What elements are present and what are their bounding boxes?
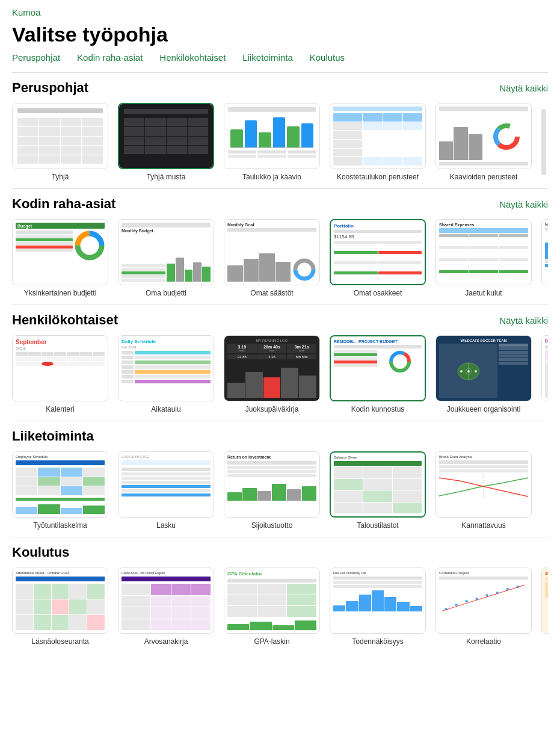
nav-item-koulutus[interactable]: Koulutus: [310, 52, 345, 63]
template-jaetut-kulut[interactable]: Shared Expenses: [435, 219, 532, 297]
thumb-taulukko-kaavio: [224, 103, 320, 169]
label-todennakoisyys: Todennäköisyys: [352, 637, 403, 646]
template-vauvan-seuranta[interactable]: Baby's First Year: [541, 335, 548, 413]
label-taloustilastot: Taloustilastot: [357, 521, 398, 530]
thumb-tyhja-musta: [118, 103, 214, 169]
label-gpa-laskin: GPA-laskin: [254, 637, 289, 646]
template-netto-oma[interactable]: Net Worth-Overview: [541, 219, 548, 297]
page-title: Valitse työpohja: [0, 20, 560, 52]
template-juoksu[interactable]: MY RUNNING LOG 3.19 miles 28m 40s time 9…: [224, 335, 320, 413]
section-henkilo: Henkilökohtaiset Näytä kaikki September …: [0, 305, 560, 421]
label-kaavioiden: Kaavioiden perusteet: [450, 173, 518, 181]
template-omat-osakkeet[interactable]: Portfolio $1154.85 Omat osakkee: [330, 219, 426, 297]
label-omat-osakkeet: Omat osakkeet: [354, 289, 402, 297]
label-jaetut-kulut: Jaetut kulut: [465, 289, 502, 297]
undo-button[interactable]: Kumoa: [12, 7, 41, 17]
section-koulutus: Koulutus Attendance Sheet - October 2024: [0, 537, 560, 653]
thumb-netto-oma: Net Worth-Overview: [541, 219, 548, 285]
template-aikataulu[interactable]: Daily Schedule Fall 2024: [118, 335, 214, 413]
see-all-peruspohjat[interactable]: Näytä kaikki: [499, 83, 548, 93]
svg-line-30: [443, 585, 525, 611]
template-kodin-kunnostus[interactable]: REMODEL - PROJECT BUDGET: [330, 335, 426, 413]
svg-point-3: [500, 131, 512, 143]
see-all-kodin[interactable]: Näytä kaikki: [499, 199, 548, 209]
thumb-tyotuntilaskelma: Employee Schedule: [12, 451, 108, 518]
label-juoksu: Juoksupäiväkirja: [245, 405, 299, 413]
label-kalenteri: Kalenteri: [46, 405, 74, 413]
template-sijoitustuotto[interactable]: Return on Investment Sijoitustuott: [224, 451, 320, 530]
nav-item-peruspohjat[interactable]: Peruspohjat: [12, 52, 60, 63]
thumb-omat-osakkeet: Portfolio $1154.85: [330, 219, 426, 285]
thumb-todennakoisyys: Dice Roll Probability Lab: [330, 568, 426, 634]
template-taloustilastot[interactable]: Balance Sheet: [330, 451, 426, 530]
svg-point-20: [467, 370, 470, 373]
label-sijoitustuotto: Sijoitustuotto: [251, 521, 293, 530]
template-tyotuntilaskelma[interactable]: Employee Schedule: [12, 451, 108, 530]
section-kodin: Kodin raha-asiat Näytä kaikki Budget: [0, 189, 560, 305]
template-koulukausi[interactable]: 2024-2025 School Year 2024–2: [541, 568, 548, 646]
thumb-kodin-kunnostus: REMODEL - PROJECT BUDGET: [330, 335, 426, 401]
thumb-kalenteri: September 2024: [12, 335, 108, 401]
template-lasku[interactable]: LASKU/INVOICE Lasku: [118, 451, 214, 530]
templates-row-kodin: Budget: [12, 219, 548, 302]
template-korrelaatio[interactable]: Correlation Project: [435, 568, 532, 646]
template-joukkueen[interactable]: WILDCATS SOCCER TEAM: [435, 335, 532, 413]
templates-row-liike: Employee Schedule: [12, 451, 548, 534]
template-kaavioiden[interactable]: Kaavioiden perusteet: [435, 103, 532, 181]
template-lasnaoloseuranta[interactable]: Attendance Sheet - October 2024: [12, 568, 108, 646]
thumb-juoksu: MY RUNNING LOG 3.19 miles 28m 40s time 9…: [224, 335, 320, 401]
thumb-koulukausi: 2024-2025 School Year: [541, 568, 548, 634]
thumb-sijoitustuotto: Return on Investment: [224, 451, 320, 518]
thumb-gpa-laskin: GPA Calculator: [224, 568, 320, 634]
svg-point-14: [395, 356, 405, 367]
template-kalenteri[interactable]: September 2024: [12, 335, 108, 413]
label-kannattavuus: Kannattavuus: [461, 521, 505, 530]
label-taulukko-kaavio: Taulukko ja kaavio: [242, 173, 301, 181]
label-omat-saastot: Omat säästöt: [250, 289, 293, 297]
template-todennakoisyys[interactable]: Dice Roll Probability Lab Todenn: [330, 568, 426, 646]
template-oma-budjetti[interactable]: Monthly Budget: [118, 219, 214, 297]
nav-item-kodin[interactable]: Kodin raha-asiat: [77, 52, 143, 63]
nav-item-henkilo[interactable]: Henkilökohtaiset: [159, 52, 226, 63]
section-title-kodin: Kodin raha-asiat: [12, 196, 115, 212]
label-tyotuntilaskelma: Työtuntilaskelma: [33, 521, 87, 530]
template-kannattavuus[interactable]: Break-Even Analysis Kannattavuus: [435, 451, 532, 530]
thumb-jaetut-kulut: Shared Expenses: [435, 219, 532, 285]
nav-bar: Peruspohjat Kodin raha-asiat Henkilökoht…: [0, 52, 560, 72]
top-bar: Kumoa: [0, 0, 560, 20]
section-title-koulutus: Koulutus: [12, 545, 69, 560]
templates-row-henkilo: September 2024: [12, 335, 548, 418]
label-kodin-kunnostus: Kodin kunnostus: [351, 405, 405, 413]
label-arvosanakirja: Arvosanakirja: [144, 637, 188, 646]
thumb-koostetaulu: [330, 103, 426, 169]
svg-point-26: [485, 594, 488, 596]
svg-point-7: [82, 238, 97, 253]
thumb-vauvan-seuranta: Baby's First Year: [541, 335, 548, 401]
nav-item-liike[interactable]: Liiketoiminta: [242, 52, 292, 63]
thumb-kaavioiden: [435, 103, 532, 169]
thumb-tyhja: [12, 103, 108, 169]
template-arvosanakirja[interactable]: Grade Book - 3rd Period English: [118, 568, 214, 646]
label-oma-budjetti: Oma budjetti: [146, 289, 186, 297]
template-taulukko-kaavio[interactable]: Taulukko ja kaavio: [224, 103, 320, 181]
thumb-joukkueen: WILDCATS SOCCER TEAM: [435, 335, 532, 401]
scroll-indicator-peruspohjat: [541, 109, 546, 175]
thumb-aikataulu: Daily Schedule Fall 2024: [118, 335, 214, 401]
section-title-peruspohjat: Peruspohjat: [12, 80, 88, 96]
template-omat-saastot[interactable]: Monthly Goal: [224, 219, 320, 297]
template-yksink-budjetti[interactable]: Budget: [12, 219, 108, 297]
section-liike: Liiketoiminta Employee Schedule: [0, 421, 560, 537]
svg-point-23: [455, 604, 458, 606]
see-all-henkilo[interactable]: Näytä kaikki: [499, 315, 548, 326]
svg-point-18: [460, 370, 463, 373]
template-tyhja[interactable]: Tyhjä: [12, 103, 108, 181]
template-gpa-laskin[interactable]: GPA Calculator: [224, 568, 320, 646]
thumb-arvosanakirja: Grade Book - 3rd Period English: [118, 568, 214, 634]
thumb-oma-budjetti: Monthly Budget: [118, 219, 214, 285]
thumb-lasku: LASKU/INVOICE: [118, 451, 214, 518]
template-koostetaulu[interactable]: Koostetaulukon perusteet: [330, 103, 426, 181]
svg-point-10: [299, 264, 310, 275]
label-koostetaulu: Koostetaulukon perusteet: [337, 173, 419, 181]
thumb-taloustilastot: Balance Sheet: [330, 451, 426, 518]
template-tyhja-musta[interactable]: Tyhjä musta: [118, 103, 214, 181]
